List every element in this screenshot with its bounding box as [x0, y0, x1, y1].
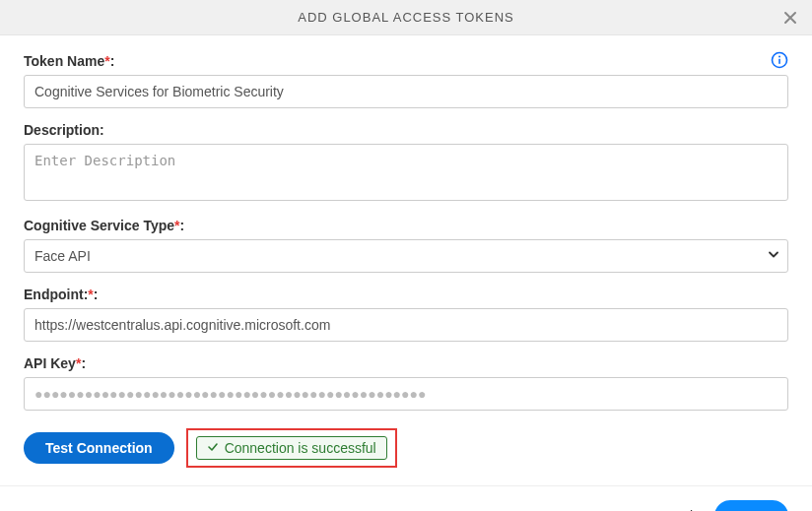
status-highlight-frame: Connection is successful — [186, 428, 397, 468]
dialog-header: ADD GLOBAL ACCESS TOKENS — [0, 0, 812, 35]
form-body: Token Name*: Description: Cognitive Serv… — [0, 35, 812, 485]
token-name-label: Token Name*: — [24, 53, 114, 69]
description-field: Description: — [24, 122, 788, 204]
dialog-title: ADD GLOBAL ACCESS TOKENS — [298, 10, 514, 25]
connection-status-badge: Connection is successful — [196, 436, 387, 460]
svg-rect-2 — [778, 59, 780, 64]
svg-point-1 — [778, 56, 780, 58]
service-type-label: Cognitive Service Type*: — [24, 218, 184, 233]
api-key-field: API Key*: — [24, 355, 788, 411]
service-type-select[interactable]: Face API — [24, 239, 788, 273]
check-icon — [207, 440, 219, 456]
close-icon — [782, 10, 798, 26]
endpoint-input[interactable] — [24, 308, 788, 342]
dialog-footer: Back Done — [0, 485, 812, 511]
close-button[interactable] — [778, 6, 802, 30]
done-button[interactable]: Done — [714, 500, 788, 511]
info-icon[interactable] — [771, 51, 788, 72]
token-name-input[interactable] — [24, 75, 788, 108]
description-input[interactable] — [24, 144, 788, 201]
service-type-field: Cognitive Service Type*: Face API — [24, 218, 788, 273]
description-label: Description: — [24, 122, 104, 138]
connection-status-text: Connection is successful — [225, 440, 376, 456]
api-key-input[interactable] — [24, 377, 788, 411]
test-connection-row: Test Connection Connection is successful — [24, 428, 788, 468]
service-type-selected: Face API — [24, 239, 788, 273]
test-connection-button[interactable]: Test Connection — [24, 432, 174, 464]
token-name-field: Token Name*: — [24, 53, 788, 108]
api-key-label: API Key*: — [24, 355, 86, 371]
endpoint-field: Endpoint:*: — [24, 287, 788, 342]
endpoint-label: Endpoint:*: — [24, 287, 98, 302]
